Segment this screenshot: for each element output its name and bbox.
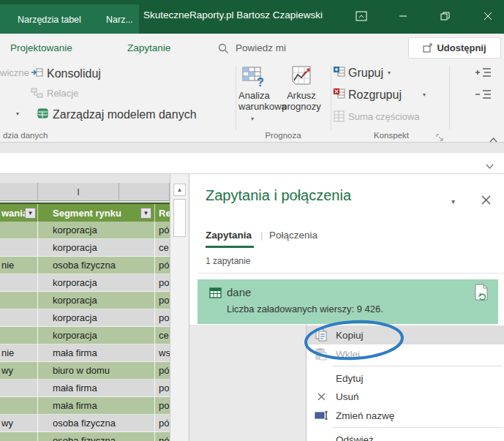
query-peek-refresh-icon[interactable]	[474, 284, 489, 304]
share-button-label: Udostępnij	[437, 42, 486, 53]
query-list-item-dane[interactable]: dane Liczba załadowanych wierszy: 9 426.	[198, 279, 498, 324]
share-button[interactable]: Udostępnij	[408, 37, 501, 59]
table-row[interactable]: wyosoba fizycznapó	[0, 415, 170, 432]
worksheet: I wania ▼ Segment rynku ▼ Re korporacjap…	[0, 174, 170, 441]
group-label-outline: Konspekt	[362, 131, 421, 140]
share-icon	[423, 43, 432, 53]
table-row[interactable]: mała firmapo	[0, 380, 170, 397]
menu-item-refresh[interactable]: Odśwież	[306, 430, 504, 441]
ribbon-display-options-button[interactable]	[349, 6, 374, 26]
active-tab-underline	[206, 246, 254, 248]
tab-queries[interactable]: Zapytania	[206, 230, 252, 241]
table-row[interactable]: korporacjapo	[0, 292, 170, 309]
table-row[interactable]: mała firmapo	[0, 397, 170, 415]
menu-item-label: Usuń	[336, 391, 359, 402]
column-heading[interactable]	[0, 183, 38, 201]
menu-item-paste: Wklej	[306, 344, 504, 363]
ungroup-button[interactable]: Rozgrupuj	[348, 88, 402, 102]
subtotal-icon	[333, 110, 345, 125]
group-label-forecast: Prognoza	[257, 131, 309, 140]
table-row[interactable]: korporacjapó	[0, 222, 170, 239]
group-separator	[331, 65, 331, 129]
svg-text:?: ?	[257, 76, 264, 88]
hide-detail-icon[interactable]	[475, 88, 492, 103]
truncated-flashfill-label: wiczne	[0, 67, 29, 78]
query-table-icon	[209, 287, 222, 301]
minimize-button[interactable]	[391, 6, 415, 26]
ribbon: wiczne Konsoliduj Relacje ▾ Zarządzaj mo…	[0, 62, 504, 143]
table-row[interactable]: nieosoba fizycznapó	[0, 257, 170, 274]
scrollbar-thumb[interactable]	[173, 199, 186, 237]
context-menu: Kopiuj Wklej Edytuj Usuń Zmień nazwę Odś…	[306, 324, 504, 441]
column-heading-I[interactable]: I	[38, 183, 119, 201]
tab-connections[interactable]: Połączenia	[269, 230, 317, 241]
column-heading-row[interactable]: I	[0, 183, 170, 201]
pane-close-icon[interactable]	[481, 195, 492, 208]
subtotal-button: Suma częściowa	[348, 111, 420, 122]
tell-me-box[interactable]: Powiedz mi	[236, 42, 286, 53]
tab-zapytanie[interactable]: Zapytanie	[127, 42, 170, 53]
table-header-cell[interactable]: Re	[155, 204, 170, 222]
close-icon	[484, 12, 492, 20]
chevron-down-icon: ▾	[251, 116, 254, 122]
restore-button[interactable]	[432, 6, 457, 26]
copy-icon	[314, 328, 328, 342]
column-heading[interactable]	[119, 183, 170, 201]
forecast-sheet-button[interactable]: Arkusz prognozy	[279, 64, 323, 112]
show-detail-icon[interactable]	[475, 67, 492, 81]
pane-divider	[198, 273, 504, 274]
minimize-icon	[399, 12, 407, 20]
close-button[interactable]	[475, 6, 500, 26]
contextual-tab-query-tools[interactable]: Narz...	[106, 15, 133, 25]
table-row[interactable]: niemała firmaws	[0, 344, 170, 362]
group-separator	[449, 65, 450, 129]
what-if-analysis-button[interactable]: ? Analiza warunkowa ▾	[238, 64, 266, 123]
table-row[interactable]: korporacjace	[0, 239, 170, 257]
table-header-label: Re	[159, 208, 170, 219]
menu-separator	[333, 427, 502, 428]
filter-dropdown-icon[interactable]: ▼	[25, 208, 36, 219]
table-row[interactable]: korporacjapo	[0, 309, 170, 327]
consolidate-button[interactable]: Konsoliduj	[47, 67, 101, 80]
menu-item-label: Odśwież	[336, 434, 374, 441]
ribbon-tab-row: Projektowanie Zapytanie Powiedz mi Udost…	[0, 34, 504, 62]
consolidate-icon	[31, 67, 43, 81]
table-row[interactable]: korporacjapo	[0, 274, 170, 292]
table-row[interactable]: osoba fizycznapó	[0, 432, 170, 441]
menu-item-label: Kopiuj	[336, 330, 364, 341]
table-row[interactable]: korporacjace	[0, 327, 170, 344]
table-body: korporacjapó korporacjace nieosoba fizyc…	[0, 222, 170, 441]
tab-projektowanie[interactable]: Projektowanie	[10, 42, 72, 53]
what-if-analysis-icon: ?	[241, 64, 264, 88]
worksheet-vertical-scrollbar[interactable]: ▲	[170, 174, 189, 441]
group-icon	[333, 66, 345, 80]
chevron-down-icon[interactable]: ▾	[388, 69, 391, 76]
forecast-sheet-icon	[290, 64, 313, 88]
menu-item-delete[interactable]: Usuń	[306, 387, 504, 406]
table-header-cell[interactable]: Segment rynku ▼	[38, 204, 155, 222]
table-header-cell[interactable]: wania ▼	[0, 204, 38, 222]
formula-bar[interactable]	[0, 153, 504, 174]
manage-data-model-button[interactable]: Zarządzaj modelem danych	[53, 108, 197, 121]
tab-divider: |	[260, 230, 263, 241]
chevron-down-icon[interactable]: ▾	[16, 110, 19, 117]
chevron-down-icon[interactable]: ▾	[423, 91, 426, 98]
menu-separator	[333, 366, 502, 366]
paste-icon	[314, 347, 328, 361]
contextual-tab-table-tools[interactable]: Narzędzia tabel	[18, 15, 81, 25]
pane-options-chevron-icon[interactable]: ▾	[451, 197, 455, 206]
menu-item-label: Edytuj	[336, 373, 364, 384]
table-row[interactable]: wybiuro w domupó	[0, 362, 170, 380]
relationships-icon	[31, 87, 43, 102]
title-bar: Narzędzia tabel Narz... SkuteczneRaporty…	[0, 0, 504, 34]
filter-dropdown-icon[interactable]: ▼	[140, 208, 151, 219]
table-header-label: wania	[1, 208, 28, 219]
menu-item-copy[interactable]: Kopiuj	[306, 325, 504, 344]
group-button[interactable]: Grupuj	[348, 67, 383, 80]
table-header-row[interactable]: wania ▼ Segment rynku ▼ Re	[0, 203, 170, 222]
menu-item-edit[interactable]: Edytuj	[306, 369, 504, 388]
data-model-icon	[37, 108, 49, 122]
expand-formula-bar-icon[interactable]	[485, 159, 494, 173]
scroll-up-button[interactable]: ▲	[173, 184, 186, 196]
menu-item-rename[interactable]: Zmień nazwę	[306, 405, 504, 426]
